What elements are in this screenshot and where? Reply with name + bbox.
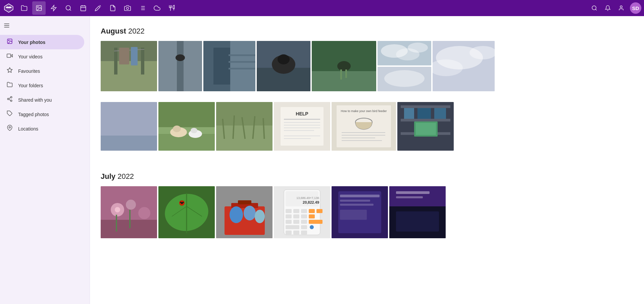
svg-marker-2 [51, 5, 56, 11]
svg-rect-27 [7, 54, 11, 58]
sidebar-label-your-folders: Your folders [18, 83, 43, 88]
menu-toggle-button[interactable] [0, 19, 13, 32]
nav-files2-icon[interactable] [106, 1, 119, 15]
august-2022-section: August 2022 [101, 27, 633, 151]
svg-point-10 [127, 7, 129, 10]
sidebar-item-shared-with-you[interactable]: Shared with you [0, 93, 84, 107]
photo-item[interactable] [332, 186, 388, 238]
sidebar-item-tagged-photos[interactable]: Tagged photos [0, 107, 84, 121]
main-layout: Your photos Your videos Favourites Your … [0, 16, 644, 304]
shared-with-you-icon [7, 96, 13, 104]
photo-item[interactable] [257, 41, 310, 91]
photo-item[interactable] [378, 41, 431, 65]
sidebar-label-your-photos: Your photos [18, 40, 45, 45]
sidebar-item-your-photos[interactable]: Your photos [0, 35, 84, 49]
contacts-button[interactable] [615, 2, 627, 14]
svg-point-29 [10, 97, 12, 98]
photo-item[interactable] [378, 67, 431, 91]
photo-item[interactable] [216, 186, 273, 238]
nav-calendar-icon[interactable] [77, 1, 90, 15]
svg-point-25 [8, 40, 9, 41]
svg-point-31 [10, 100, 12, 102]
photo-item[interactable]: How to make your own bird feeder [332, 102, 396, 151]
svg-point-3 [66, 6, 70, 10]
svg-point-35 [9, 126, 11, 128]
july-section-title: July 2022 [101, 172, 633, 181]
photo-item[interactable] [101, 102, 157, 151]
your-videos-icon [7, 53, 13, 60]
sidebar-item-your-videos[interactable]: Your videos [0, 49, 84, 64]
photo-item[interactable] [216, 102, 273, 151]
august-section-title: August 2022 [101, 27, 633, 36]
svg-line-19 [595, 9, 596, 10]
sidebar-item-favourites[interactable]: Favourites [0, 64, 84, 78]
august-row-2: HELP How t [101, 102, 633, 151]
nav-list-icon[interactable] [136, 1, 149, 15]
nav-fork-icon[interactable] [165, 1, 179, 15]
photo-item[interactable] [433, 41, 495, 91]
nav-activity-icon[interactable] [47, 1, 60, 15]
svg-point-18 [592, 6, 596, 10]
content-area: August 2022 [90, 16, 644, 304]
nav-camera-icon[interactable] [121, 1, 134, 15]
nav-photos-icon[interactable] [32, 1, 46, 15]
favourites-icon [7, 67, 13, 75]
sidebar-label-shared-with-you: Shared with you [18, 97, 52, 103]
sidebar-label-your-videos: Your videos [18, 54, 43, 59]
svg-marker-28 [7, 68, 12, 72]
svg-point-1 [38, 7, 39, 7]
user-avatar[interactable]: SD [630, 2, 641, 14]
nav-files-icon[interactable] [17, 1, 31, 15]
topbar-nav [17, 1, 588, 15]
topbar: SD [0, 0, 644, 16]
svg-line-33 [9, 98, 10, 99]
svg-line-9 [100, 5, 101, 6]
svg-rect-5 [81, 6, 86, 11]
photo-item[interactable] [101, 186, 157, 238]
svg-line-32 [9, 99, 10, 100]
july-2022-section: July 2022 [101, 172, 633, 238]
photo-item[interactable] [101, 41, 157, 91]
august-row-1 [101, 41, 633, 91]
your-photos-icon [7, 38, 13, 46]
sidebar-label-tagged-photos: Tagged photos [18, 112, 49, 117]
search-button[interactable] [588, 2, 600, 14]
photo-item[interactable]: 13,686.49+7,136 20,822.49 [274, 186, 330, 238]
photo-item[interactable] [158, 41, 202, 91]
nav-cloud-icon[interactable] [150, 1, 164, 15]
photo-item[interactable] [158, 186, 215, 238]
july-row-1: 13,686.49+7,136 20,822.49 [101, 186, 633, 238]
svg-marker-26 [11, 54, 12, 57]
photo-item[interactable]: HELP [274, 102, 330, 151]
svg-point-30 [7, 98, 9, 100]
your-folders-icon [7, 82, 13, 89]
app-logo[interactable] [3, 2, 15, 14]
locations-icon [7, 125, 13, 133]
nav-notes-icon[interactable] [91, 1, 105, 15]
sidebar-item-your-folders[interactable]: Your folders [0, 78, 84, 93]
nav-search-icon[interactable] [62, 1, 75, 15]
tagged-photos-icon [7, 110, 13, 118]
photo-item[interactable] [158, 102, 215, 151]
svg-point-20 [620, 6, 622, 8]
sidebar: Your photos Your videos Favourites Your … [0, 16, 90, 304]
photo-item[interactable] [389, 186, 446, 238]
sidebar-label-favourites: Favourites [18, 68, 40, 74]
topbar-right: SD [588, 2, 641, 14]
notifications-button[interactable] [602, 2, 614, 14]
sidebar-item-locations[interactable]: Locations [0, 121, 84, 136]
photo-item[interactable] [203, 41, 255, 91]
photo-item[interactable] [312, 41, 376, 91]
photo-item[interactable] [397, 102, 454, 151]
svg-line-4 [70, 9, 71, 11]
sidebar-label-locations: Locations [18, 126, 38, 132]
